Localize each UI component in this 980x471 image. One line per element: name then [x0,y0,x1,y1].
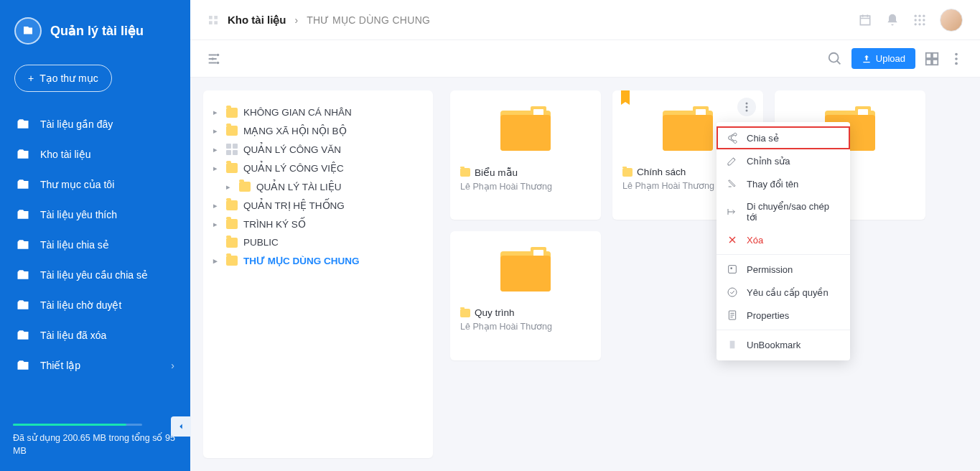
sidebar-item-1[interactable]: Kho tài liệu [0,139,190,169]
card-name: Biểu mẫu [475,167,518,178]
ctx-label: Xóa [747,235,763,246]
topbar: Kho tài liệu › THƯ MỤC DÙNG CHUNG [190,0,980,40]
tree-item-4[interactable]: ▸QUẢN LÝ TÀI LIỆU [209,177,427,196]
ctx-edit[interactable]: Chỉnh sửa [717,149,850,172]
svg-point-8 [918,19,920,21]
user-avatar[interactable] [940,9,963,32]
tree-item-3[interactable]: ▸QUẢN LÝ CÔNG VIỆC [209,159,427,177]
ctx-label: Chia sẻ [747,133,779,144]
grid-folder-icon [226,144,238,155]
tree-item-1[interactable]: ▸MẠNG XÃ HỘI NỘI BỘ [209,121,427,140]
ctx-label: Properties [747,310,789,321]
folder-card-3[interactable]: Quy trìnhLê Phạm Hoài Thương [450,231,601,360]
nav-label: Thư mục của tôi [40,179,114,190]
breadcrumb-root[interactable]: Kho tài liệu [228,14,286,27]
tree-item-8[interactable]: ▸THƯ MỤC DÙNG CHUNG [209,251,427,270]
more-icon[interactable] [948,51,964,67]
svg-rect-19 [926,59,931,64]
nav-label: Tài liệu yêu thích [40,209,117,220]
sidebar-header: Quản lý tài liệu [0,0,190,57]
collapse-sidebar-button[interactable] [171,416,191,437]
sidebar-item-7[interactable]: Tài liệu đã xóa [0,320,190,350]
svg-point-26 [746,110,748,112]
svg-point-9 [923,19,925,21]
folder-icon [226,126,238,136]
move-icon [727,206,738,218]
ctx-label: Chỉnh sửa [747,156,790,167]
svg-point-6 [923,14,925,17]
calendar-icon[interactable] [858,13,872,27]
bell-icon[interactable] [885,13,900,27]
svg-point-22 [955,57,958,60]
ctx-props[interactable]: Properties [717,304,850,327]
ctx-label: Thay đổi tên [747,179,798,190]
sidebar-item-4[interactable]: Tài liệu chia sẻ [0,230,190,260]
tree-item-7[interactable]: PUBLIC [209,233,427,251]
ctx-share[interactable]: Chia sẻ [717,126,850,149]
req-icon [727,286,738,298]
ctx-perm[interactable]: Permission [717,258,850,281]
ctx-rename[interactable]: Thay đổi tên [717,172,850,195]
svg-point-11 [918,23,920,25]
ctx-move[interactable]: Di chuyển/sao chép tới [717,195,850,228]
sidebar-item-0[interactable]: Tài liệu gần đây [0,109,190,139]
ctx-req[interactable]: Yêu cầu cấp quyền [717,281,850,304]
storage-info: Đã sử dụng 200.65 MB trong tổng số 95 MB [0,415,190,472]
nav-label: Tài liệu gần đây [40,118,113,130]
svg-rect-18 [933,52,938,57]
filter-icon[interactable] [206,51,222,67]
folder-tree: ▸KHÔNG GIAN CÁ NHÂN▸MẠNG XÃ HỘI NỘI BỘ▸Q… [203,90,433,458]
unbookmark-icon [727,339,738,350]
tree-item-5[interactable]: ▸QUẢN TRỊ HỆ THỐNG [209,196,427,215]
tree-item-6[interactable]: ▸TRÌNH KÝ SỐ [209,215,427,233]
sidebar-item-3[interactable]: Tài liệu yêu thích [0,200,190,230]
ctx-unbookmark[interactable]: UnBookmark [717,333,850,356]
nav-icon [16,358,30,373]
sidebar-item-5[interactable]: Tài liệu yêu cầu chia sẻ [0,260,190,290]
svg-point-7 [915,19,917,21]
storage-text: Đã sử dụng 200.65 MB trong tổng số 95 MB [13,432,177,459]
tree-caret-icon: ▸ [213,220,220,229]
card-owner: Lê Phạm Hoài Thương [622,180,714,191]
tree-item-0[interactable]: ▸KHÔNG GIAN CÁ NHÂN [209,103,427,121]
nav-icon [16,117,30,131]
ctx-label: Yêu cầu cấp quyền [747,287,829,298]
rename-icon [727,178,738,190]
svg-point-4 [915,14,917,17]
tree-item-2[interactable]: ▸QUẢN LÝ CÔNG VĂN [209,140,427,159]
tree-caret-icon: ▸ [213,256,220,266]
main-area: Kho tài liệu › THƯ MỤC DÙNG CHUNG Upload… [190,0,980,471]
nav-label: Kho tài liệu [40,149,90,160]
upload-button[interactable]: Upload [851,48,915,69]
card-owner: Lê Phạm Hoài Thương [460,181,552,192]
search-icon[interactable] [827,51,843,67]
nav-icon [16,177,30,192]
sidebar-item-8[interactable]: Thiết lập› [0,350,190,381]
view-grid-icon[interactable] [924,51,940,67]
svg-point-29 [728,288,737,297]
folder-icon [226,200,238,210]
folder-icon [226,238,238,248]
svg-point-10 [915,23,917,25]
svg-rect-27 [729,266,737,274]
sidebar-item-2[interactable]: Thư mục của tôi [0,169,190,200]
svg-rect-0 [209,16,213,19]
chevron-right-icon: › [171,360,174,371]
breadcrumb-separator: › [295,14,299,26]
folder-card-0[interactable]: Biểu mẫuLê Phạm Hoài Thương [450,90,601,220]
breadcrumb-current: THƯ MỤC DÙNG CHUNG [307,14,430,26]
svg-rect-31 [730,341,735,349]
svg-point-16 [829,52,839,62]
tree-caret-icon: ▸ [226,182,233,192]
tree-label: QUẢN LÝ TÀI LIỆU [256,181,342,192]
large-folder-icon [663,111,713,151]
nav-label: Tài liệu chờ duyệt [40,299,121,311]
card-more-button[interactable] [737,98,756,116]
tree-label: MẠNG XÃ HỘI NỘI BỘ [243,125,347,136]
grid-icon [207,14,219,26]
svg-rect-1 [214,16,218,19]
apps-icon[interactable] [913,13,927,27]
sidebar-item-6[interactable]: Tài liệu chờ duyệt [0,290,190,320]
ctx-delete[interactable]: Xóa [717,228,850,251]
create-folder-button[interactable]: + Tạo thư mục [14,65,112,92]
